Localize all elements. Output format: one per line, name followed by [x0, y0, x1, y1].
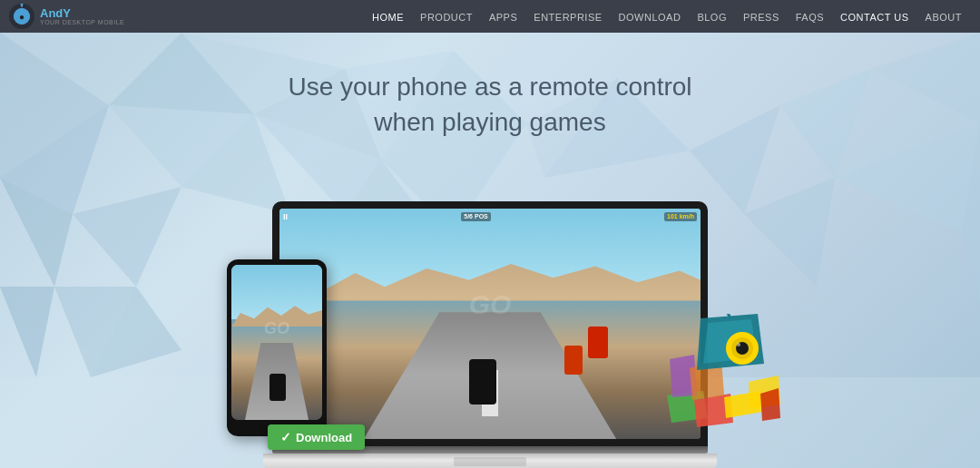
svg-point-45	[737, 343, 740, 346]
laptop-screen-bezel: GO II 5/6 POS 101 km/h	[272, 201, 708, 446]
logo-subtitle: YOUR DESKTOP MOBILE	[40, 19, 124, 25]
laptop-base	[263, 453, 717, 468]
phone-go-text: GO	[264, 319, 289, 338]
phone: GO	[227, 259, 327, 436]
navbar: AndY YOUR DESKTOP MOBILE HOME PRODUCT AP…	[0, 0, 980, 33]
player-car	[469, 359, 496, 405]
pause-icon: II	[283, 212, 288, 221]
logo[interactable]: AndY YOUR DESKTOP MOBILE	[9, 4, 124, 29]
robot-svg	[662, 314, 780, 432]
logo-name: AndY	[40, 7, 124, 19]
nav-item-contact-us[interactable]: CONTACT US	[840, 8, 909, 24]
download-label: Download	[296, 431, 352, 444]
logo-text: AndY YOUR DESKTOP MOBILE	[40, 7, 124, 25]
laptop-game: GO II 5/6 POS 101 km/h	[279, 209, 701, 439]
logo-icon	[9, 4, 34, 29]
nav-item-home[interactable]: HOME	[372, 8, 404, 24]
svg-marker-48	[760, 388, 780, 421]
svg-point-5	[24, 14, 27, 17]
laptop-trackpad	[454, 457, 526, 466]
devices-container: GO II 5/6 POS 101 km/h	[172, 151, 808, 468]
nav-item-press[interactable]: PRESS	[743, 8, 779, 24]
nav-item-apps[interactable]: APPS	[489, 8, 517, 24]
hero-section: Use your phone as a remote control when …	[0, 33, 980, 468]
hero-headline: Use your phone as a remote control when …	[0, 69, 980, 140]
position-display: 5/6 POS	[461, 212, 490, 221]
nav-item-blog[interactable]: BLOG	[697, 8, 727, 24]
phone-car	[270, 374, 286, 401]
svg-marker-25	[0, 287, 54, 377]
svg-marker-14	[73, 187, 181, 287]
nav-item-download[interactable]: DOWNLOAD	[619, 8, 681, 24]
nav-item-enterprise[interactable]: ENTERPRISE	[534, 8, 602, 24]
phone-game: GO	[231, 265, 322, 420]
andy-robot-mascot	[662, 314, 780, 432]
nav-item-product[interactable]: PRODUCT	[420, 8, 473, 24]
game-hud: II 5/6 POS 101 km/h	[283, 212, 697, 221]
speed-display: 101 km/h	[664, 212, 697, 221]
checkmark-icon: ✓	[280, 430, 291, 444]
nav-item-faqs[interactable]: FAQS	[796, 8, 824, 24]
svg-point-4	[16, 14, 20, 17]
download-button[interactable]: ✓ Download	[268, 424, 365, 450]
nav-item-about[interactable]: ABOUT	[926, 8, 962, 24]
nav-links: HOME PRODUCT APPS ENTERPRISE DOWNLOAD BL…	[372, 8, 962, 24]
laptop-screen: GO II 5/6 POS 101 km/h	[279, 209, 701, 439]
phone-screen: GO	[231, 265, 322, 420]
trackpad-area	[263, 453, 717, 468]
opponent-car	[588, 327, 608, 358]
svg-point-0	[10, 5, 34, 28]
svg-point-1	[14, 8, 30, 24]
phone-body: GO	[227, 259, 327, 436]
game-go-text: GO	[469, 289, 512, 320]
headline-text: Use your phone as a remote control when …	[0, 69, 980, 140]
